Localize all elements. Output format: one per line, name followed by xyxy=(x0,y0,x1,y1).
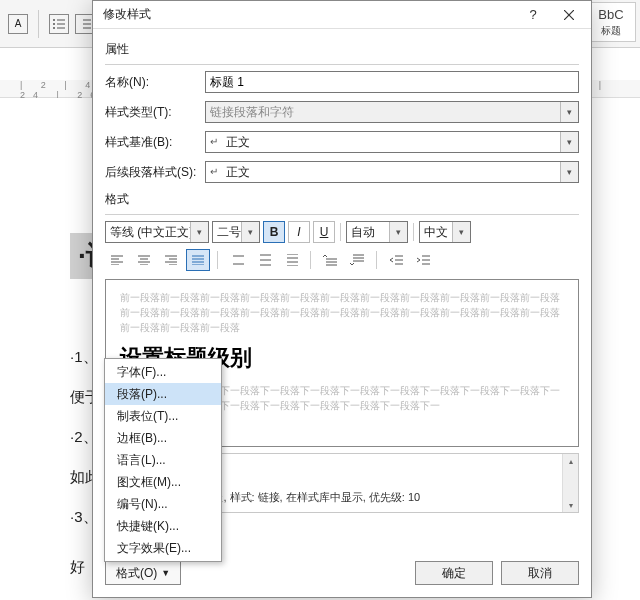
align-justify-button[interactable] xyxy=(186,249,210,271)
svg-point-3 xyxy=(53,19,55,21)
doc-line: 好 xyxy=(70,558,85,577)
paragraph-icon: ↵ xyxy=(210,136,222,148)
indent-decrease-button[interactable] xyxy=(384,249,408,271)
next-style-label: 后续段落样式(S): xyxy=(105,164,197,181)
indent-increase-button[interactable] xyxy=(411,249,435,271)
line-spacing-2[interactable] xyxy=(279,249,303,271)
help-button[interactable]: ? xyxy=(515,1,551,29)
style-gallery-item[interactable]: BbC 标题 xyxy=(586,2,636,42)
format-toolbar-1: 等线 (中文正文)▾ 二号▾ B I U 自动▾ 中文▾ xyxy=(105,221,579,243)
close-icon xyxy=(564,10,574,20)
dialog-titlebar: 修改样式 ? xyxy=(93,1,591,29)
space-before-increase[interactable] xyxy=(318,249,342,271)
font-size-select[interactable]: 二号▾ xyxy=(212,221,260,243)
scrollbar[interactable]: ▴ ▾ xyxy=(562,454,578,512)
space-before-decrease[interactable] xyxy=(345,249,369,271)
menu-item-language[interactable]: 语言(L)... xyxy=(105,449,221,471)
ribbon-box-a[interactable]: A xyxy=(8,14,28,34)
preview-grey-before: 前一段落前一段落前一段落前一段落前一段落前一段落前一段落前一段落前一段落前一段落… xyxy=(120,290,564,335)
format-popup-menu: 字体(F)... 段落(P)... 制表位(T)... 边框(B)... 语言(… xyxy=(104,358,222,562)
style-base-label: 样式基准(B): xyxy=(105,134,197,151)
name-label: 名称(N): xyxy=(105,74,197,91)
cancel-button[interactable]: 取消 xyxy=(501,561,579,585)
style-type-label: 样式类型(T): xyxy=(105,104,197,121)
menu-item-frame[interactable]: 图文框(M)... xyxy=(105,471,221,493)
line-spacing-15[interactable] xyxy=(252,249,276,271)
chevron-down-icon[interactable]: ▾ xyxy=(560,162,578,182)
line-spacing-1[interactable] xyxy=(225,249,249,271)
align-center-button[interactable] xyxy=(132,249,156,271)
section-format-label: 格式 xyxy=(105,191,579,208)
menu-item-paragraph[interactable]: 段落(P)... xyxy=(105,383,221,405)
format-toolbar-2 xyxy=(105,249,579,271)
chevron-down-icon[interactable]: ▾ xyxy=(452,222,470,242)
chevron-down-icon[interactable]: ▾ xyxy=(389,222,407,242)
scroll-up-icon[interactable]: ▴ xyxy=(563,454,578,468)
ok-button[interactable]: 确定 xyxy=(415,561,493,585)
language-select[interactable]: 中文▾ xyxy=(419,221,471,243)
dialog-title: 修改样式 xyxy=(103,6,515,23)
menu-item-shortcut[interactable]: 快捷键(K)... xyxy=(105,515,221,537)
menu-item-tabs[interactable]: 制表位(T)... xyxy=(105,405,221,427)
style-base-select[interactable]: ↵ 正文 ▾ xyxy=(205,131,579,153)
svg-point-4 xyxy=(53,23,55,25)
chevron-down-icon: ▾ xyxy=(560,102,578,122)
format-dropdown-button[interactable]: 格式(O)▼ xyxy=(105,561,181,585)
font-name-select[interactable]: 等线 (中文正文)▾ xyxy=(105,221,209,243)
chevron-down-icon[interactable]: ▾ xyxy=(241,222,259,242)
underline-button[interactable]: U xyxy=(313,221,335,243)
menu-item-numbering[interactable]: 编号(N)... xyxy=(105,493,221,515)
chevron-down-icon[interactable]: ▾ xyxy=(190,222,208,242)
font-color-select[interactable]: 自动▾ xyxy=(346,221,408,243)
scroll-down-icon[interactable]: ▾ xyxy=(563,498,578,512)
chevron-down-icon[interactable]: ▾ xyxy=(560,132,578,152)
menu-item-font[interactable]: 字体(F)... xyxy=(105,361,221,383)
menu-item-border[interactable]: 边框(B)... xyxy=(105,427,221,449)
italic-button[interactable]: I xyxy=(288,221,310,243)
paragraph-icon: ↵ xyxy=(210,166,222,178)
style-type-select: 链接段落和字符 ▾ xyxy=(205,101,579,123)
menu-item-text-effects[interactable]: 文字效果(E)... xyxy=(105,537,221,559)
section-properties-label: 属性 xyxy=(105,41,579,58)
close-button[interactable] xyxy=(551,1,587,29)
bullet-list-icon[interactable] xyxy=(49,14,69,34)
bold-button[interactable]: B xyxy=(263,221,285,243)
svg-point-5 xyxy=(53,27,55,29)
align-left-button[interactable] xyxy=(105,249,129,271)
name-input[interactable] xyxy=(205,71,579,93)
next-style-select[interactable]: ↵ 正文 ▾ xyxy=(205,161,579,183)
align-right-button[interactable] xyxy=(159,249,183,271)
